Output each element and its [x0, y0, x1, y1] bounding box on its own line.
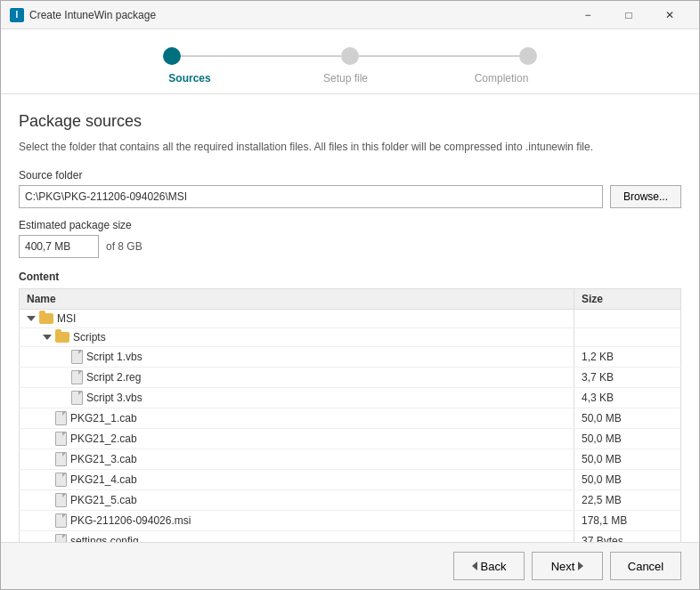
footer: Back Next Cancel [1, 542, 699, 589]
est-size-input [19, 235, 99, 258]
content-area: Package sources Select the folder that c… [1, 94, 699, 542]
back-button[interactable]: Back [453, 552, 525, 580]
step-label-sources: Sources [154, 72, 225, 85]
folder-icon [39, 313, 53, 324]
est-size-row: of 8 GB [19, 235, 681, 258]
file-name: MSI [57, 312, 76, 325]
source-folder-input[interactable] [19, 185, 603, 208]
page-description: Select the folder that contains all the … [19, 140, 681, 155]
close-button[interactable]: ✕ [649, 1, 690, 29]
col-name-header: Name [20, 288, 574, 309]
file-name: Script 3.vbs [86, 392, 142, 404]
file-size: 4,3 KB [574, 387, 681, 408]
file-name: PKG21_3.cab [70, 453, 137, 465]
window-controls: − □ ✕ [567, 1, 690, 29]
folder-icon [55, 332, 69, 343]
file-icon [55, 473, 67, 487]
back-label: Back [481, 560, 507, 573]
table-row: PKG21_2.cab50,0 MB [20, 428, 681, 449]
table-row: MSI [20, 309, 681, 327]
expand-icon[interactable] [27, 316, 36, 321]
page-title: Package sources [19, 112, 681, 131]
table-row: Script 3.vbs4,3 KB [20, 387, 681, 408]
file-name: PKG21_1.cab [70, 412, 137, 424]
file-size [574, 327, 681, 346]
col-size-header: Size [574, 288, 681, 309]
est-size-label: Estimated package size [19, 219, 681, 231]
file-icon [71, 350, 83, 364]
window-title: Create IntuneWin package [29, 9, 567, 21]
file-name: PKG21_5.cab [70, 494, 137, 506]
table-row: settings.config37 Bytes [20, 530, 681, 542]
file-icon [71, 370, 83, 384]
file-name: PKG21_4.cab [70, 473, 137, 486]
content-table: Name Size MSIScriptsScript 1.vbs1,2 KBSc… [19, 288, 681, 542]
next-label: Next [551, 560, 575, 573]
minimize-button[interactable]: − [567, 1, 608, 29]
next-button[interactable]: Next [532, 552, 603, 580]
file-name: PKG21_2.cab [70, 432, 137, 445]
step-label-setup: Setup file [310, 72, 381, 85]
file-size: 22,5 MB [574, 489, 681, 510]
file-size: 50,0 MB [574, 449, 681, 469]
title-bar: I Create IntuneWin package − □ ✕ [1, 1, 699, 29]
file-icon [55, 513, 67, 528]
step-circle-2 [341, 47, 359, 65]
table-row: PKG21_3.cab50,0 MB [20, 449, 681, 469]
file-size: 50,0 MB [574, 428, 681, 449]
step-circle-3 [519, 47, 537, 65]
browse-button[interactable]: Browse... [610, 185, 681, 208]
table-row: PKG21_4.cab50,0 MB [20, 469, 681, 489]
est-size-of: of 8 GB [106, 240, 142, 253]
file-icon [55, 452, 67, 466]
file-name: settings.config [70, 535, 139, 542]
maximize-button[interactable]: □ [608, 1, 649, 29]
step-line-1 [181, 55, 341, 57]
step-line-2 [359, 55, 519, 57]
file-size: 50,0 MB [574, 469, 681, 489]
step-circle-1 [163, 47, 181, 65]
cancel-button[interactable]: Cancel [610, 552, 681, 580]
source-folder-label: Source folder [19, 169, 681, 182]
table-row: PKG-211206-094026.msi178,1 MB [20, 510, 681, 530]
chevron-left-icon [472, 562, 477, 570]
steps-labels: Sources Setup file Completion [163, 72, 537, 85]
app-icon: I [10, 8, 24, 22]
file-size: 37 Bytes [574, 530, 681, 542]
steps-track [163, 47, 537, 65]
table-row: PKG21_5.cab22,5 MB [20, 489, 681, 510]
file-icon [55, 432, 67, 446]
expand-icon[interactable] [43, 335, 52, 340]
file-icon [71, 391, 83, 405]
file-name: PKG-211206-094026.msi [70, 514, 191, 527]
step-label-completion: Completion [466, 72, 537, 85]
file-icon [55, 493, 67, 507]
file-name: Scripts [73, 331, 106, 343]
file-size: 50,0 MB [574, 408, 681, 428]
content-section-label: Content [19, 271, 681, 283]
table-row: PKG21_1.cab50,0 MB [20, 408, 681, 428]
file-icon [55, 534, 67, 542]
file-icon [55, 411, 67, 425]
table-row: Script 1.vbs1,2 KB [20, 346, 681, 367]
wizard-steps: Sources Setup file Completion [1, 29, 699, 94]
file-name: Script 1.vbs [86, 351, 142, 363]
chevron-right-icon [578, 562, 583, 570]
source-folder-row: Browse... [19, 185, 681, 208]
file-name: Script 2.reg [86, 371, 141, 384]
table-row: Script 2.reg3,7 KB [20, 367, 681, 387]
main-window: I Create IntuneWin package − □ ✕ Sources… [0, 0, 700, 590]
table-row: Scripts [20, 327, 681, 346]
file-size: 3,7 KB [574, 367, 681, 387]
file-size: 178,1 MB [574, 510, 681, 530]
file-size [574, 309, 681, 327]
file-size: 1,2 KB [574, 346, 681, 367]
